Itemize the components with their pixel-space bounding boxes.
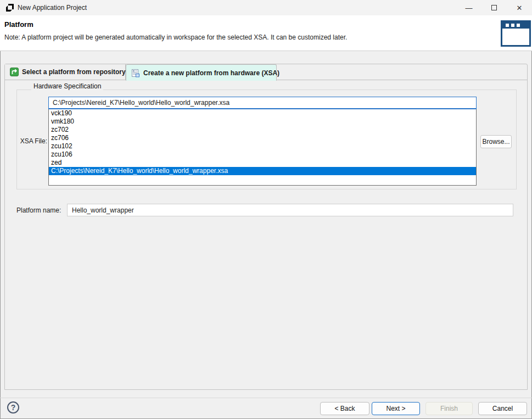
platform-name-input[interactable]: Hello_world_wrapper [67,204,513,216]
maximize-icon [491,5,497,10]
tab-create-platform-from-hardware[interactable]: Create a new platform from hardware (XSA… [126,64,277,81]
new-application-project-dialog: New Application Project — ✕ Platform Not… [0,0,532,419]
xsa-option-selected[interactable]: C:\Projects\Nereid_K7\Hello_world\Hello_… [49,167,476,175]
back-button[interactable]: < Back [320,402,369,415]
next-button[interactable]: Next > [372,402,420,415]
new-window-wizard-icon [501,20,531,47]
tab-label: Select a platform from repository [22,68,126,76]
repository-platform-icon [10,68,19,76]
tab-select-platform-from-repository[interactable]: Select a platform from repository [5,64,126,80]
minimize-button[interactable]: — [456,0,481,15]
xsa-file-label: XSA File: [15,137,47,145]
xsa-file-dropdown-list: vck190 vmk180 zc702 zc706 zcu102 zcu106 … [48,109,477,186]
xsa-file-combo-input[interactable]: C:\Projects\Nereid_K7\Hello_world\Hello_… [48,97,477,109]
cancel-button[interactable]: Cancel [478,402,527,415]
browse-button[interactable]: Browse... [480,135,512,148]
wizard-header: Platform Note: A platform project will b… [0,15,532,51]
xsa-option[interactable]: vmk180 [49,118,476,126]
window-title: New Application Project [18,4,87,12]
xsa-option[interactable]: zcu102 [49,142,476,150]
xsa-option[interactable]: zc702 [49,126,476,134]
close-button[interactable]: ✕ [507,0,532,15]
title-bar: New Application Project — ✕ [0,0,532,15]
new-hardware-platform-icon [131,69,140,77]
xsa-option[interactable]: zc706 [49,134,476,142]
xsa-option[interactable]: zed [49,159,476,167]
xsa-option[interactable]: zcu106 [49,150,476,159]
platform-name-label: Platform name: [16,206,61,214]
amd-logo-icon [5,3,14,12]
xsa-option[interactable]: vck190 [49,109,476,118]
help-icon: ? [11,403,16,412]
help-button[interactable]: ? [7,401,19,414]
tab-label: Create a new platform from hardware (XSA… [143,69,279,77]
header-note: Note: A platform project will be generat… [4,33,347,41]
footer-divider [0,398,532,398]
maximize-button[interactable] [481,0,507,15]
window-titledots-icon [502,22,529,29]
hardware-specification-label: Hardware Specification [31,82,103,90]
close-icon: ✕ [517,4,523,12]
page-title: Platform [4,20,33,29]
finish-button: Finish [425,402,473,415]
minimize-icon: — [466,4,473,12]
